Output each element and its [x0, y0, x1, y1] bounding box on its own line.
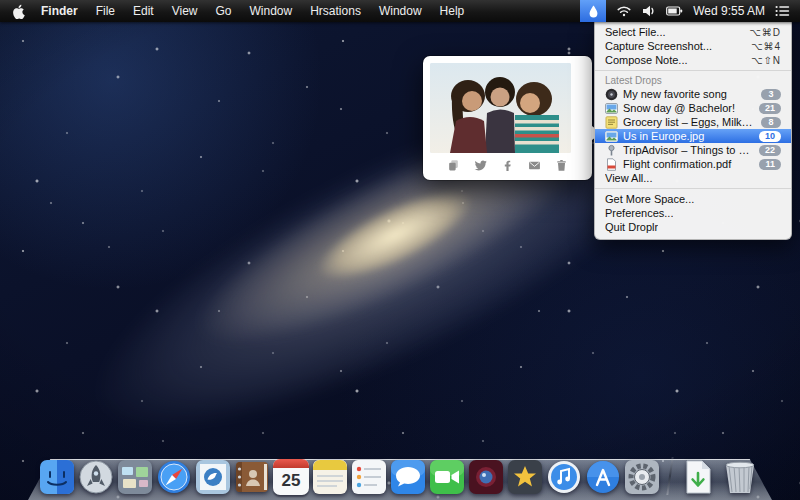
menu-item-view-all[interactable]: View All...	[595, 171, 791, 185]
volume-icon[interactable]	[642, 0, 656, 22]
menu-window-2[interactable]: Window	[370, 0, 431, 22]
drop-count-badge: 22	[759, 145, 781, 156]
shortcut-select-file: ⌥⌘D	[749, 27, 781, 38]
notification-center-icon[interactable]	[775, 0, 790, 22]
menu-item-quit-droplr[interactable]: Quit Droplr	[595, 220, 791, 234]
menu-bar-left: Finder File Edit View Go Window Hrsation…	[0, 0, 473, 22]
menu-bar-right: Wed 9:55 AM	[580, 0, 800, 22]
drop-item-favorite-song[interactable]: My new favorite song 3	[595, 87, 791, 101]
dock-reminders[interactable]	[351, 459, 387, 495]
drop-count-badge: 8	[761, 117, 781, 128]
menu-separator	[595, 188, 791, 189]
menu-bar: Finder File Edit View Go Window Hrsation…	[0, 0, 800, 22]
droplr-icon[interactable]	[580, 0, 606, 22]
drop-item-tripadvisor[interactable]: TripAdvisor – Things to d... 22	[595, 143, 791, 157]
menu-help[interactable]: Help	[431, 0, 474, 22]
drop-count-badge: 21	[759, 103, 781, 114]
calendar-day: 25	[273, 468, 309, 493]
dock-app-store[interactable]	[585, 459, 621, 495]
dock-imovie[interactable]	[507, 459, 543, 495]
apple-menu-icon[interactable]	[0, 4, 32, 19]
dock-finder[interactable]	[39, 459, 75, 495]
dock-safari[interactable]	[156, 459, 192, 495]
dock-notes[interactable]	[312, 459, 348, 495]
link-icon	[605, 144, 618, 157]
dock-system-preferences[interactable]	[624, 459, 660, 495]
latest-drops-header: Latest Drops	[595, 74, 791, 87]
dock-downloads[interactable]	[680, 459, 716, 495]
facebook-icon[interactable]	[501, 158, 515, 172]
menu-item-get-more-space[interactable]: Get More Space...	[595, 192, 791, 206]
dock-calendar[interactable]: 25	[273, 459, 309, 495]
dock-mission-control[interactable]	[117, 459, 153, 495]
drop-item-us-in-europe[interactable]: Us in Europe.jpg 10	[595, 129, 791, 143]
drop-item-flight-confirmation[interactable]: Flight confirmation.pdf 11	[595, 157, 791, 171]
share-toolbar	[430, 153, 585, 177]
menu-item-select-file[interactable]: Select File... ⌥⌘D	[595, 25, 791, 39]
drop-item-grocery-list[interactable]: Grocery list – Eggs, Milk, B... 8	[595, 115, 791, 129]
menu-view[interactable]: View	[163, 0, 207, 22]
battery-icon[interactable]	[666, 0, 683, 22]
dock-photo-booth[interactable]	[468, 459, 504, 495]
image-icon	[605, 130, 618, 143]
drop-count-badge: 11	[759, 159, 781, 170]
wifi-icon[interactable]	[616, 0, 632, 22]
menu-go[interactable]: Go	[207, 0, 241, 22]
image-icon	[605, 102, 618, 115]
twitter-icon[interactable]	[474, 158, 488, 172]
delete-icon[interactable]	[555, 158, 569, 172]
menu-file[interactable]: File	[87, 0, 124, 22]
calendar-header	[273, 459, 309, 468]
menu-window-1[interactable]: Window	[241, 0, 302, 22]
menu-finder[interactable]: Finder	[32, 0, 87, 22]
drop-count-badge: 10	[759, 131, 781, 142]
drop-item-snow-day[interactable]: Snow day @ Bachelor! 21	[595, 101, 791, 115]
menu-bar-clock[interactable]: Wed 9:55 AM	[693, 4, 765, 18]
audio-icon	[605, 88, 618, 101]
drop-photo-preview[interactable]	[430, 63, 571, 153]
droplr-menu: Select File... ⌥⌘D Capture Screenshot...…	[594, 22, 792, 240]
dock-itunes[interactable]	[546, 459, 582, 495]
drop-count-badge: 3	[761, 89, 781, 100]
dock-facetime[interactable]	[429, 459, 465, 495]
drop-preview-popover	[423, 56, 592, 180]
shortcut-capture-screenshot: ⌥⌘4	[751, 41, 781, 52]
dock-trash[interactable]	[719, 457, 761, 495]
dock-contacts[interactable]	[234, 459, 270, 495]
menu-item-compose-note[interactable]: Compose Note... ⌥⇧N	[595, 53, 791, 67]
dock-launchpad[interactable]	[78, 459, 114, 495]
copy-icon[interactable]	[447, 158, 461, 172]
dock: 25	[0, 444, 800, 500]
dock-mail[interactable]	[195, 459, 231, 495]
menu-separator	[595, 70, 791, 71]
shortcut-compose-note: ⌥⇧N	[751, 55, 781, 66]
note-icon	[605, 116, 618, 129]
menu-item-preferences[interactable]: Preferences...	[595, 206, 791, 220]
dock-divider	[666, 457, 673, 495]
menu-item-capture-screenshot[interactable]: Capture Screenshot... ⌥⌘4	[595, 39, 791, 53]
email-icon[interactable]	[528, 158, 542, 172]
pdf-icon	[605, 158, 618, 171]
dock-items: 25	[0, 457, 800, 495]
menu-hrsations[interactable]: Hrsations	[301, 0, 370, 22]
menu-edit[interactable]: Edit	[124, 0, 163, 22]
desktop: Finder File Edit View Go Window Hrsation…	[0, 0, 800, 500]
dock-messages[interactable]	[390, 459, 426, 495]
